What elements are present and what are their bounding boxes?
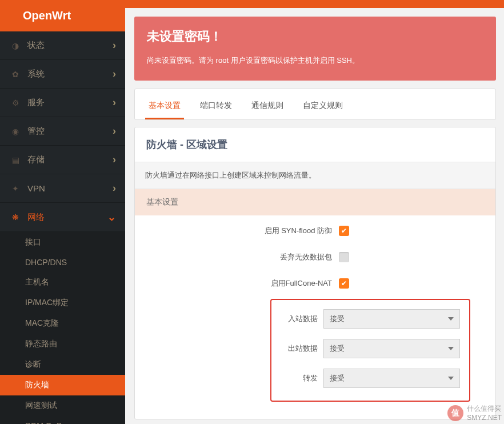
row-synflood: 启用 SYN-flood 防御 ✔ xyxy=(147,226,483,236)
chevron-right-icon: › xyxy=(113,97,116,109)
row-input: 入站数据 接受 xyxy=(281,309,460,329)
group-head-general: 基本设置 xyxy=(135,189,495,215)
label-output: 出站数据 xyxy=(281,343,323,354)
select-input-value: 接受 xyxy=(330,314,345,324)
select-forward-value: 接受 xyxy=(330,373,345,383)
select-forward[interactable]: 接受 xyxy=(323,369,460,388)
select-output[interactable]: 接受 xyxy=(323,339,460,358)
select-input[interactable]: 接受 xyxy=(323,309,460,329)
nav-item-status[interactable]: ◑ 状态 › xyxy=(0,31,125,60)
nav-item-label: 状态 xyxy=(27,40,45,51)
nav-item-control[interactable]: ◉ 管控 › xyxy=(0,117,125,146)
form-general: 启用 SYN-flood 防御 ✔ 丢弃无效数据包 启用FullCone-NAT… xyxy=(135,215,495,419)
select-output-value: 接受 xyxy=(330,343,345,354)
nav-item-system[interactable]: ✿ 系统 › xyxy=(0,60,125,89)
chevron-right-icon: › xyxy=(113,125,116,137)
caret-down-icon xyxy=(448,317,454,321)
chevron-down-icon: ⌄ xyxy=(107,211,116,223)
network-icon: ❋ xyxy=(10,212,21,222)
tab-customrules[interactable]: 自定义规则 xyxy=(299,95,346,119)
nav-item-label: 存储 xyxy=(27,154,45,165)
nav-item-label: 系统 xyxy=(27,69,45,79)
nav-item-storage[interactable]: ▤ 存储 › xyxy=(0,146,125,174)
label-input: 入站数据 xyxy=(281,314,323,324)
tabs-panel: 基本设置 端口转发 通信规则 自定义规则 xyxy=(134,89,496,120)
control-icon: ◉ xyxy=(10,126,21,137)
chevron-right-icon: › xyxy=(113,68,116,80)
chevron-right-icon: › xyxy=(113,182,116,194)
chevron-right-icon: › xyxy=(113,154,116,166)
subnav-item-firewall[interactable]: 防火墙 xyxy=(0,375,125,395)
section-desc: 防火墙通过在网络接口上创建区域来控制网络流量。 xyxy=(135,162,495,189)
brand-title: OpenWrt xyxy=(0,0,125,31)
tab-general[interactable]: 基本设置 xyxy=(145,95,184,119)
label-fullcone: 启用FullCone-NAT xyxy=(147,278,339,289)
topbar xyxy=(125,0,504,8)
subnav-item-macclone[interactable]: MAC克隆 xyxy=(0,313,125,334)
caret-down-icon xyxy=(448,377,454,380)
label-synflood: 启用 SYN-flood 防御 xyxy=(147,226,339,236)
subnav-network: 接口 DHCP/DNS 主机名 IP/MAC绑定 MAC克隆 静态路由 诊断 防… xyxy=(0,232,125,424)
subnav-item-ipmac[interactable]: IP/MAC绑定 xyxy=(0,293,125,313)
alert-text: 尚未设置密码。请为 root 用户设置密码以保护主机并启用 SSH。 xyxy=(147,55,483,66)
label-dropinvalid: 丢弃无效数据包 xyxy=(147,252,339,262)
section-title: 防火墙 - 区域设置 xyxy=(135,127,495,162)
subnav-item-hostnames[interactable]: 主机名 xyxy=(0,272,125,293)
subnav-item-speedtest[interactable]: 网速测试 xyxy=(0,395,125,416)
nav-item-label: VPN xyxy=(27,183,45,193)
subnav-item-sqmqos[interactable]: SQM QoS xyxy=(0,416,125,424)
storage-icon: ▤ xyxy=(10,155,21,165)
nav-item-vpn[interactable]: ✦ VPN › xyxy=(0,174,125,203)
sidebar: OpenWrt ◑ 状态 › ✿ 系统 › ⚙ 服务 › ◉ 管控 › ▤ 存储… xyxy=(0,0,125,424)
label-forward: 转发 xyxy=(281,373,323,383)
services-icon: ⚙ xyxy=(10,98,21,108)
tabs: 基本设置 端口转发 通信规则 自定义规则 xyxy=(135,89,495,119)
subnav-item-diagnostics[interactable]: 诊断 xyxy=(0,354,125,375)
row-fullcone: 启用FullCone-NAT ✔ xyxy=(147,278,483,289)
row-dropinvalid: 丢弃无效数据包 xyxy=(147,252,483,262)
tab-portforward[interactable]: 端口转发 xyxy=(197,95,235,119)
nav-item-services[interactable]: ⚙ 服务 › xyxy=(0,89,125,117)
checkbox-dropinvalid[interactable] xyxy=(339,252,349,262)
status-icon: ◑ xyxy=(10,41,21,51)
nav-item-label: 管控 xyxy=(27,126,45,137)
nav-item-network[interactable]: ❋ 网络 ⌄ xyxy=(0,203,125,232)
row-output: 出站数据 接受 xyxy=(281,339,460,358)
system-icon: ✿ xyxy=(10,69,21,79)
password-alert: 未设置密码！ 尚未设置密码。请为 root 用户设置密码以保护主机并启用 SSH… xyxy=(134,17,496,81)
tab-trafficrules[interactable]: 通信规则 xyxy=(248,95,287,119)
caret-down-icon xyxy=(448,347,454,350)
checkbox-synflood[interactable]: ✔ xyxy=(339,226,349,236)
subnav-item-staticroutes[interactable]: 静态路由 xyxy=(0,334,125,354)
checkbox-fullcone[interactable]: ✔ xyxy=(339,278,349,289)
nav-item-label: 服务 xyxy=(27,97,45,108)
subnav-item-interfaces[interactable]: 接口 xyxy=(0,232,125,253)
highlight-box: 入站数据 接受 出站数据 接受 xyxy=(270,299,470,402)
firewall-panel: 防火墙 - 区域设置 防火墙通过在网络接口上创建区域来控制网络流量。 基本设置 … xyxy=(134,127,496,419)
nav-item-label: 网络 xyxy=(27,212,45,223)
content: 未设置密码！ 尚未设置密码。请为 root 用户设置密码以保护主机并启用 SSH… xyxy=(125,8,504,424)
subnav-item-dhcpdns[interactable]: DHCP/DNS xyxy=(0,253,125,272)
row-forward: 转发 接受 xyxy=(281,369,460,388)
chevron-right-icon: › xyxy=(113,39,116,51)
alert-title: 未设置密码！ xyxy=(147,28,483,45)
vpn-icon: ✦ xyxy=(10,183,21,194)
main: 未设置密码！ 尚未设置密码。请为 root 用户设置密码以保护主机并启用 SSH… xyxy=(125,0,504,424)
